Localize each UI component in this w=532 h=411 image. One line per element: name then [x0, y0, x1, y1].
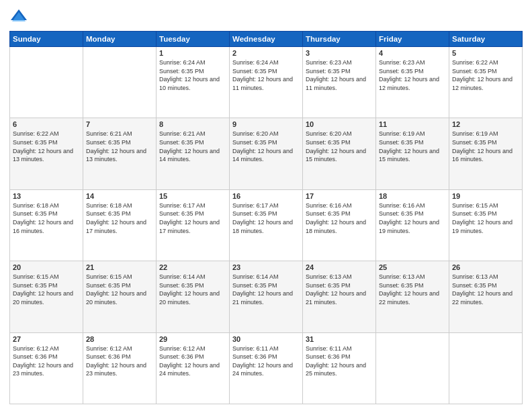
day-number: 14	[86, 192, 153, 200]
calendar-header-saturday: Saturday	[449, 32, 523, 47]
day-number: 16	[232, 192, 300, 200]
cell-info: Sunrise: 6:12 AM Sunset: 6:36 PM Dayligh…	[86, 345, 153, 378]
cell-info: Sunrise: 6:11 AM Sunset: 6:36 PM Dayligh…	[306, 345, 373, 378]
calendar-cell: 22Sunrise: 6:14 AM Sunset: 6:35 PM Dayli…	[157, 261, 230, 332]
logo-icon	[9, 7, 28, 26]
calendar-cell: 6Sunrise: 6:22 AM Sunset: 6:35 PM Daylig…	[10, 118, 83, 189]
day-number: 13	[13, 192, 80, 200]
header	[9, 7, 523, 26]
cell-info: Sunrise: 6:22 AM Sunset: 6:35 PM Dayligh…	[13, 130, 80, 163]
calendar-cell: 21Sunrise: 6:15 AM Sunset: 6:35 PM Dayli…	[83, 261, 157, 332]
cell-info: Sunrise: 6:24 AM Sunset: 6:35 PM Dayligh…	[232, 58, 300, 92]
cell-info: Sunrise: 6:16 AM Sunset: 6:35 PM Dayligh…	[306, 201, 373, 235]
calendar-header-friday: Friday	[376, 32, 449, 47]
calendar-week-3: 13Sunrise: 6:18 AM Sunset: 6:35 PM Dayli…	[10, 189, 523, 261]
calendar-cell: 19Sunrise: 6:15 AM Sunset: 6:35 PM Dayli…	[449, 189, 523, 261]
logo	[9, 7, 31, 26]
day-number: 9	[232, 120, 300, 128]
day-number: 2	[232, 49, 300, 57]
calendar-header-tuesday: Tuesday	[157, 32, 230, 47]
calendar-cell: 17Sunrise: 6:16 AM Sunset: 6:35 PM Dayli…	[303, 189, 376, 261]
day-number: 20	[13, 263, 80, 271]
cell-info: Sunrise: 6:23 AM Sunset: 6:35 PM Dayligh…	[306, 58, 373, 92]
calendar-cell: 10Sunrise: 6:20 AM Sunset: 6:35 PM Dayli…	[303, 118, 376, 189]
day-number: 24	[306, 263, 373, 271]
cell-info: Sunrise: 6:14 AM Sunset: 6:35 PM Dayligh…	[232, 273, 300, 306]
calendar-cell	[83, 47, 157, 118]
calendar-week-2: 6Sunrise: 6:22 AM Sunset: 6:35 PM Daylig…	[10, 118, 523, 189]
cell-info: Sunrise: 6:17 AM Sunset: 6:35 PM Dayligh…	[159, 201, 226, 235]
calendar-cell	[449, 332, 523, 404]
day-number: 15	[159, 192, 226, 200]
day-number: 31	[306, 335, 373, 343]
calendar-cell: 5Sunrise: 6:22 AM Sunset: 6:35 PM Daylig…	[449, 47, 523, 118]
day-number: 11	[379, 120, 446, 128]
calendar-header-sunday: Sunday	[10, 32, 83, 47]
cell-info: Sunrise: 6:18 AM Sunset: 6:35 PM Dayligh…	[13, 201, 80, 235]
calendar-cell: 9Sunrise: 6:20 AM Sunset: 6:35 PM Daylig…	[230, 118, 303, 189]
calendar-cell: 30Sunrise: 6:11 AM Sunset: 6:36 PM Dayli…	[230, 332, 303, 404]
calendar-week-1: 1Sunrise: 6:24 AM Sunset: 6:35 PM Daylig…	[10, 47, 523, 118]
day-number: 1	[159, 49, 226, 57]
calendar-cell: 12Sunrise: 6:19 AM Sunset: 6:35 PM Dayli…	[449, 118, 523, 189]
calendar-cell: 20Sunrise: 6:15 AM Sunset: 6:35 PM Dayli…	[10, 261, 83, 332]
cell-info: Sunrise: 6:24 AM Sunset: 6:35 PM Dayligh…	[159, 58, 226, 92]
day-number: 19	[452, 192, 519, 200]
calendar: SundayMondayTuesdayWednesdayThursdayFrid…	[9, 31, 523, 404]
calendar-cell: 18Sunrise: 6:16 AM Sunset: 6:35 PM Dayli…	[376, 189, 449, 261]
day-number: 17	[306, 192, 373, 200]
cell-info: Sunrise: 6:14 AM Sunset: 6:35 PM Dayligh…	[159, 273, 226, 306]
calendar-cell: 23Sunrise: 6:14 AM Sunset: 6:35 PM Dayli…	[230, 261, 303, 332]
cell-info: Sunrise: 6:21 AM Sunset: 6:35 PM Dayligh…	[159, 130, 226, 163]
cell-info: Sunrise: 6:15 AM Sunset: 6:35 PM Dayligh…	[13, 273, 80, 306]
calendar-cell: 25Sunrise: 6:13 AM Sunset: 6:35 PM Dayli…	[376, 261, 449, 332]
calendar-cell: 4Sunrise: 6:23 AM Sunset: 6:35 PM Daylig…	[376, 47, 449, 118]
calendar-cell: 8Sunrise: 6:21 AM Sunset: 6:35 PM Daylig…	[157, 118, 230, 189]
calendar-cell: 27Sunrise: 6:12 AM Sunset: 6:36 PM Dayli…	[10, 332, 83, 404]
day-number: 4	[379, 49, 446, 57]
day-number: 3	[306, 49, 373, 57]
day-number: 25	[379, 263, 446, 271]
day-number: 21	[86, 263, 153, 271]
cell-info: Sunrise: 6:13 AM Sunset: 6:35 PM Dayligh…	[306, 273, 373, 306]
calendar-cell	[376, 332, 449, 404]
day-number: 28	[86, 335, 153, 343]
cell-info: Sunrise: 6:22 AM Sunset: 6:35 PM Dayligh…	[452, 58, 519, 92]
day-number: 27	[13, 335, 80, 343]
cell-info: Sunrise: 6:15 AM Sunset: 6:35 PM Dayligh…	[86, 273, 153, 306]
cell-info: Sunrise: 6:19 AM Sunset: 6:35 PM Dayligh…	[379, 130, 446, 163]
calendar-cell: 29Sunrise: 6:12 AM Sunset: 6:36 PM Dayli…	[157, 332, 230, 404]
cell-info: Sunrise: 6:12 AM Sunset: 6:36 PM Dayligh…	[13, 345, 80, 378]
cell-info: Sunrise: 6:13 AM Sunset: 6:35 PM Dayligh…	[452, 273, 519, 306]
calendar-week-5: 27Sunrise: 6:12 AM Sunset: 6:36 PM Dayli…	[10, 332, 523, 404]
day-number: 10	[306, 120, 373, 128]
calendar-cell: 13Sunrise: 6:18 AM Sunset: 6:35 PM Dayli…	[10, 189, 83, 261]
calendar-cell: 11Sunrise: 6:19 AM Sunset: 6:35 PM Dayli…	[376, 118, 449, 189]
calendar-cell: 16Sunrise: 6:17 AM Sunset: 6:35 PM Dayli…	[230, 189, 303, 261]
cell-info: Sunrise: 6:17 AM Sunset: 6:35 PM Dayligh…	[232, 201, 300, 235]
cell-info: Sunrise: 6:23 AM Sunset: 6:35 PM Dayligh…	[379, 58, 446, 92]
cell-info: Sunrise: 6:18 AM Sunset: 6:35 PM Dayligh…	[86, 201, 153, 235]
calendar-header-thursday: Thursday	[303, 32, 376, 47]
cell-info: Sunrise: 6:15 AM Sunset: 6:35 PM Dayligh…	[452, 201, 519, 235]
day-number: 7	[86, 120, 153, 128]
cell-info: Sunrise: 6:11 AM Sunset: 6:36 PM Dayligh…	[232, 345, 300, 378]
day-number: 6	[13, 120, 80, 128]
cell-info: Sunrise: 6:20 AM Sunset: 6:35 PM Dayligh…	[306, 130, 373, 163]
cell-info: Sunrise: 6:16 AM Sunset: 6:35 PM Dayligh…	[379, 201, 446, 235]
calendar-header-wednesday: Wednesday	[230, 32, 303, 47]
calendar-cell: 28Sunrise: 6:12 AM Sunset: 6:36 PM Dayli…	[83, 332, 157, 404]
day-number: 26	[452, 263, 519, 271]
day-number: 18	[379, 192, 446, 200]
day-number: 23	[232, 263, 300, 271]
day-number: 8	[159, 120, 226, 128]
day-number: 5	[452, 49, 519, 57]
calendar-header-row: SundayMondayTuesdayWednesdayThursdayFrid…	[10, 32, 523, 47]
calendar-cell: 14Sunrise: 6:18 AM Sunset: 6:35 PM Dayli…	[83, 189, 157, 261]
page: SundayMondayTuesdayWednesdayThursdayFrid…	[0, 0, 532, 411]
calendar-cell: 31Sunrise: 6:11 AM Sunset: 6:36 PM Dayli…	[303, 332, 376, 404]
calendar-cell: 3Sunrise: 6:23 AM Sunset: 6:35 PM Daylig…	[303, 47, 376, 118]
cell-info: Sunrise: 6:20 AM Sunset: 6:35 PM Dayligh…	[232, 130, 300, 163]
calendar-cell: 26Sunrise: 6:13 AM Sunset: 6:35 PM Dayli…	[449, 261, 523, 332]
cell-info: Sunrise: 6:12 AM Sunset: 6:36 PM Dayligh…	[159, 345, 226, 378]
